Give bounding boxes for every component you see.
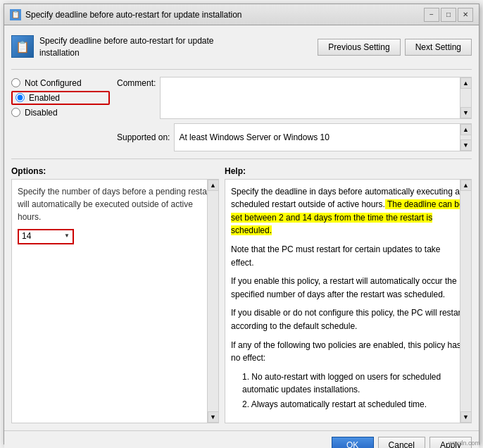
options-panel: Options: Specify the number of days befo… [11, 166, 219, 423]
main-two-col: Options: Specify the number of days befo… [11, 166, 472, 423]
help-panel: Help: Specify the deadline in days befor… [225, 166, 472, 423]
help-content: Specify the deadline in days before auto… [225, 180, 471, 423]
dropdown-row: 14 ▼ [18, 229, 213, 244]
title-bar: 📋 Specify deadline before auto-restart f… [4, 4, 479, 25]
enabled-label: Enabled [29, 93, 60, 103]
help-scroll-up[interactable]: ▲ [460, 180, 472, 191]
header-title: Specify deadline before auto-restart for… [39, 35, 237, 59]
options-scroll-track [208, 191, 218, 411]
help-list-item-1: 1. No auto-restart with logged on users … [242, 371, 465, 397]
options-scroll-up[interactable]: ▲ [208, 180, 219, 191]
header-left: 📋 Specify deadline before auto-restart f… [11, 35, 237, 59]
radio-section: Not Configured Enabled Disabled [11, 77, 110, 151]
title-bar-title: Specify deadline before auto-restart for… [25, 10, 242, 20]
title-bar-left: 📋 Specify deadline before auto-restart f… [10, 9, 242, 20]
options-label: Options: [11, 166, 219, 176]
prev-setting-button[interactable]: Previous Setting [318, 39, 400, 56]
help-para-1: Specify the deadline in days before auto… [231, 185, 465, 237]
help-scroll-down[interactable]: ▼ [460, 411, 472, 423]
radio-enabled[interactable]: Enabled [11, 91, 110, 105]
options-scrollbar[interactable]: ▲ ▼ [207, 180, 218, 423]
main-window: 📋 Specify deadline before auto-restart f… [4, 4, 479, 444]
supported-label: Supported on: [117, 132, 170, 142]
options-desc-text: Specify the number of days before a pend… [18, 187, 212, 222]
supported-scroll-down[interactable]: ▼ [460, 139, 472, 151]
help-list: 1. No auto-restart with logged on users … [242, 371, 465, 411]
ok-button[interactable]: OK [332, 437, 374, 449]
scroll-down-arrow[interactable]: ▼ [460, 107, 472, 118]
help-para-2: Note that the PC must restart for certai… [231, 243, 465, 269]
radio-not-configured[interactable]: Not Configured [11, 78, 110, 88]
maximize-button[interactable]: □ [441, 8, 456, 22]
radio-disabled[interactable]: Disabled [11, 108, 110, 118]
days-dropdown[interactable]: 14 ▼ [18, 229, 74, 244]
supported-scroll-up[interactable]: ▲ [460, 124, 472, 135]
help-scrollbar[interactable]: ▲ ▼ [460, 180, 471, 423]
not-configured-label: Not Configured [25, 78, 82, 88]
supported-value: At least Windows Server or Windows 10 [179, 132, 329, 142]
watermark: wsxdn.com [448, 440, 480, 447]
help-list-item-2: 2. Always automatically restart at sched… [242, 398, 465, 411]
options-scroll-down[interactable]: ▼ [208, 411, 219, 423]
window-icon: 📋 [10, 9, 21, 20]
comment-box[interactable]: ▲ ▼ [160, 77, 472, 119]
radio-enabled-input[interactable] [15, 93, 25, 102]
help-para-3: If you enable this policy, a restart wil… [231, 275, 465, 301]
footer: OK Cancel Apply wsxdn.com [4, 430, 479, 449]
options-content: Specify the number of days before a pend… [12, 180, 218, 423]
options-box: Specify the number of days before a pend… [11, 179, 219, 423]
next-setting-button[interactable]: Next Setting [405, 39, 472, 56]
radio-not-configured-input[interactable] [11, 78, 20, 87]
cancel-button[interactable]: Cancel [378, 437, 425, 449]
minimize-button[interactable]: − [424, 8, 439, 22]
options-description: Specify the number of days before a pend… [18, 185, 213, 223]
divider-2 [11, 158, 472, 159]
help-scroll-track [460, 191, 471, 411]
supported-row: Supported on: At least Windows Server or… [117, 123, 472, 151]
config-row: Not Configured Enabled Disabled Comment: [11, 77, 472, 151]
help-label: Help: [225, 166, 472, 176]
header-row: 📋 Specify deadline before auto-restart f… [11, 32, 472, 62]
help-para-4: If you disable or do not configure this … [231, 306, 465, 332]
content-area: 📋 Specify deadline before auto-restart f… [4, 25, 479, 430]
close-button[interactable]: ✕ [458, 8, 473, 22]
header-icon: 📋 [11, 35, 34, 58]
comment-label: Comment: [117, 77, 156, 88]
radio-disabled-input[interactable] [11, 108, 20, 117]
title-bar-controls: − □ ✕ [424, 8, 473, 22]
scroll-up-arrow[interactable]: ▲ [460, 77, 472, 89]
scroll-track [460, 89, 471, 107]
header-buttons: Previous Setting Next Setting [318, 39, 472, 56]
dropdown-value: 14 [22, 230, 31, 243]
dropdown-arrow-icon: ▼ [64, 232, 70, 240]
help-para-5: If any of the following two policies are… [231, 339, 465, 365]
supported-box: At least Windows Server or Windows 10 ▲ … [174, 123, 472, 151]
supported-scrollbar[interactable]: ▲ ▼ [460, 124, 471, 151]
comment-scrollbar[interactable]: ▲ ▼ [460, 77, 471, 118]
help-box: Specify the deadline in days before auto… [225, 179, 472, 423]
disabled-label: Disabled [25, 108, 58, 118]
divider-1 [11, 69, 472, 70]
